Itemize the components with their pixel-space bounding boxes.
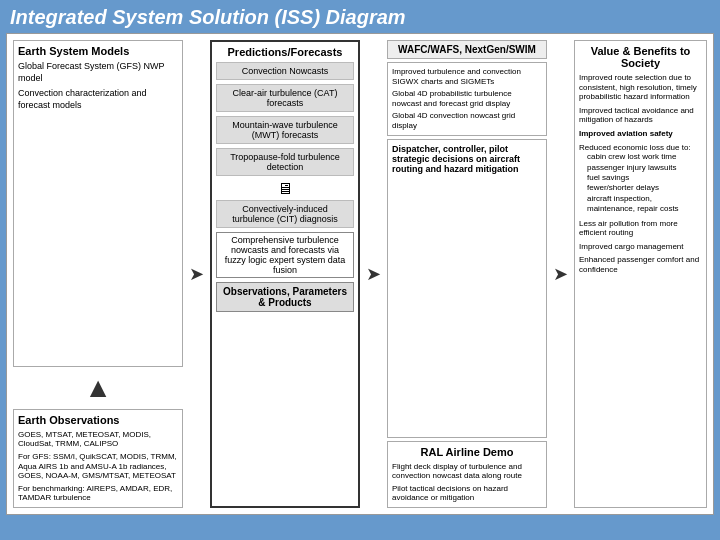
monitor-icon: 🖥	[216, 180, 354, 198]
aviation-safety-section: Improved aviation safety	[579, 129, 702, 139]
cargo-management-section: Improved cargo management	[579, 242, 702, 252]
convection-grid-item: Global 4D convection nowcast grid displa…	[392, 111, 542, 130]
passenger-comfort-section: Enhanced passenger comfort and confidenc…	[579, 255, 702, 274]
arrow-col2-col3: ➤	[364, 40, 383, 508]
wafc-items: Improved turbulence and convection SIGWX…	[392, 67, 542, 131]
earth-system-models-box: Earth System Models Global Forecast Syst…	[13, 40, 183, 367]
main-diagram: Earth System Models Global Forecast Syst…	[6, 33, 714, 515]
convection-item: Convection characterization and forecast…	[18, 88, 178, 111]
mwt-forecasts: Mountain-wave turbulence (MWT) forecasts	[216, 116, 354, 144]
arrow-up-icon: ▲	[13, 374, 183, 402]
dispatcher-box: Dispatcher, controller, pilot strategic …	[387, 139, 547, 438]
observations-products: Observations, Parameters & Products	[216, 282, 354, 312]
cabin-crew-item: cabin crew lost work time	[587, 152, 702, 162]
aviation-safety-text: Improved aviation safety	[579, 129, 702, 139]
earth-observations-box: Earth Observations GOES, MTSAT, METEOSAT…	[13, 409, 183, 508]
tropopause-detection: Tropopause-fold turbulence detection	[216, 148, 354, 176]
flight-deck-item: Flight deck display of turbulence and co…	[392, 462, 542, 481]
wafc-header: WAFC/WAFS, NextGen/SWIM	[387, 40, 547, 59]
route-selection-text: Improved route selection due to consiste…	[579, 73, 702, 102]
col2-predictions: Predictions/Forecasts Convection Nowcast…	[210, 40, 360, 508]
tactical-avoidance-text: Improved tactical avoidance and mitigati…	[579, 106, 702, 125]
arrow-col3-col4: ➤	[551, 40, 570, 508]
tactical-avoidance-section: Improved tactical avoidance and mitigati…	[579, 106, 702, 125]
air-pollution-section: Less air pollution from more efficient r…	[579, 219, 702, 238]
dispatcher-text: Dispatcher, controller, pilot strategic …	[392, 144, 542, 174]
air-pollution-text: Less air pollution from more efficient r…	[579, 219, 702, 238]
sigwx-item: Improved turbulence and convection SIGWX…	[392, 67, 542, 86]
goes-item: GOES, MTSAT, METEOSAT, MODIS, CloudSat, …	[18, 430, 178, 449]
col3-wafc: WAFC/WAFS, NextGen/SWIM Improved turbule…	[387, 40, 547, 508]
gfs-item: Global Forecast System (GFS) NWP model	[18, 61, 178, 84]
convection-nowcasts: Convection Nowcasts	[216, 62, 354, 80]
economic-loss-section: Reduced economic loss due to: cabin crew…	[579, 143, 702, 215]
col4-value-benefits: Value & Benefits to Society Improved rou…	[574, 40, 707, 508]
predictions-title: Predictions/Forecasts	[216, 46, 354, 58]
arrow-col1-col2: ➤	[187, 40, 206, 508]
earth-obs-items: GOES, MTSAT, METEOSAT, MODIS, CloudSat, …	[18, 430, 178, 503]
comprehensive-turbulence: Comprehensive turbulence nowcasts and fo…	[216, 232, 354, 278]
earth-system-models-title: Earth System Models	[18, 45, 178, 57]
title-bar: Integrated System Solution (ISS) Diagram	[0, 0, 720, 33]
benchmarking-item: For benchmarking: AIREPS, AMDAR, EDR, TA…	[18, 484, 178, 503]
cat-forecasts: Clear-air turbulence (CAT) forecasts	[216, 84, 354, 112]
route-selection-section: Improved route selection due to consiste…	[579, 73, 702, 102]
wafc-top-box: Improved turbulence and convection SIGWX…	[387, 62, 547, 136]
diagram-content: Earth System Models Global Forecast Syst…	[13, 40, 707, 508]
ral-title: RAL Airline Demo	[392, 446, 542, 458]
pilot-tactical-item: Pilot tactical decisions on hazard avoid…	[392, 484, 542, 503]
page-title: Integrated System Solution (ISS) Diagram	[10, 6, 710, 29]
passenger-comfort-text: Enhanced passenger comfort and confidenc…	[579, 255, 702, 274]
ral-items: Flight deck display of turbulence and co…	[392, 462, 542, 503]
cit-diagnosis: Convectively-induced turbulence (CIT) di…	[216, 200, 354, 228]
cargo-management-text: Improved cargo management	[579, 242, 702, 252]
probabilistic-item: Global 4D probabilistic turbulence nowca…	[392, 89, 542, 108]
economic-subitems: cabin crew lost work time passenger inju…	[587, 152, 702, 214]
col1-earth-models: Earth System Models Global Forecast Syst…	[13, 40, 183, 508]
fewer-delays-item: fewer/shorter delays	[587, 183, 702, 193]
passenger-injury-item: passenger injury lawsuits	[587, 163, 702, 173]
aircraft-inspection-item: aircraft inspection, maintenance, repair…	[587, 194, 702, 215]
gfs-radiances-item: For GFS: SSM/I, QuikSCAT, MODIS, TRMM, A…	[18, 452, 178, 481]
gfs-model-text: Global Forecast System (GFS) NWP model C…	[18, 61, 178, 112]
earth-observations-title: Earth Observations	[18, 414, 178, 426]
value-benefits-title: Value & Benefits to Society	[579, 45, 702, 69]
ral-box: RAL Airline Demo Flight deck display of …	[387, 441, 547, 508]
fuel-savings-item: fuel savings	[587, 173, 702, 183]
economic-loss-text: Reduced economic loss due to:	[579, 143, 702, 153]
